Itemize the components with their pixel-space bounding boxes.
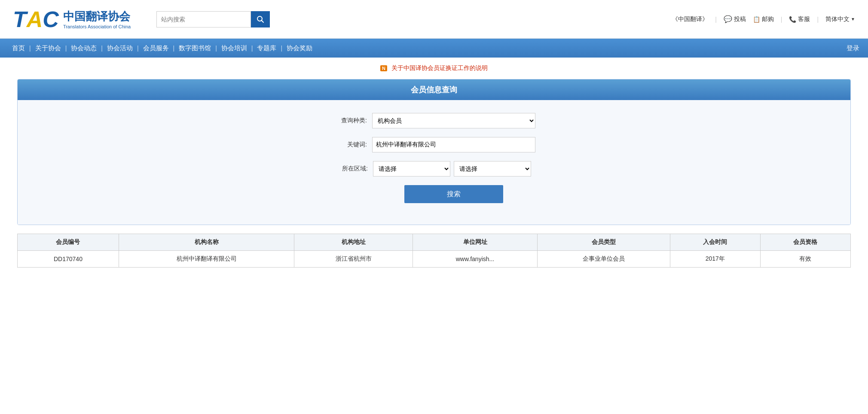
form-row-keyword: 关键词: [35,137,833,152]
header: TAC 中国翻译协会 Translators Association of Ch… [0,0,868,39]
col-header-address: 机构地址 [294,234,413,251]
nav-item-awards[interactable]: 协会奖励 [283,44,316,52]
table-cell: www.fanyish... [413,251,537,268]
member-query-form: 查询种类: 机构会员 个人会员 关键词: 所在区域: 请选择 请选择 [18,100,850,225]
notice-badge: N [380,65,387,71]
service-link[interactable]: 📞 客服 [789,15,810,23]
logo-letter-A: A [27,6,43,32]
type-select[interactable]: 机构会员 个人会员 [372,113,535,128]
logo-letter-T: T [13,6,27,32]
login-link[interactable]: 登录 [847,44,859,52]
region-label: 所在区域: [333,165,368,173]
phone-icon: 📞 [789,16,796,23]
mail-link[interactable]: 📋 邮购 [753,15,774,23]
table-cell: 杭州中译翻译有限公司 [119,251,294,268]
tac-logo: TAC [13,6,59,32]
submit-link[interactable]: 💬 投稿 [724,15,746,23]
results-table: 会员编号 机构名称 机构地址 单位网址 会员类型 入会时间 会员资格 DD170… [17,234,851,268]
logo-en: Translators Association of China [63,24,131,29]
nav-item-library[interactable]: 数字图书馆 [175,44,214,52]
logo-letter-C: C [43,6,59,32]
nav-item-about[interactable]: 关于协会 [32,44,64,52]
nav-item-home[interactable]: 首页 [9,44,28,52]
logo-text: 中国翻译协会 Translators Association of China [63,9,131,29]
mail-icon: 📋 [753,16,760,23]
table-cell: DD170740 [18,251,119,268]
search-input[interactable] [156,11,251,27]
table-cell: 浙江省杭州市 [294,251,413,268]
service-label: 客服 [798,15,810,23]
form-row-region: 所在区域: 请选择 请选择 [35,161,833,177]
notice-bar: N 关于中国译协会员证换证工作的说明 [17,64,851,72]
col-header-website: 单位网址 [413,234,537,251]
mail-label: 邮购 [762,15,774,23]
search-icon [257,15,264,23]
table-cell: 有效 [760,251,850,268]
table-row: DD170740杭州中译翻译有限公司浙江省杭州市www.fanyish...企事… [18,251,851,268]
china-translation-link[interactable]: 《中国翻译》 [672,15,708,23]
search-button[interactable] [251,11,270,27]
svg-line-1 [262,20,264,22]
submit-label: 投稿 [734,15,746,23]
notice-link[interactable]: 关于中国译协会员证换证工作的说明 [391,64,488,71]
keyword-label: 关键词: [333,141,367,149]
form-row-type: 查询种类: 机构会员 个人会员 [35,113,833,128]
logo-area: TAC 中国翻译协会 Translators Association of Ch… [13,6,131,32]
region2-select[interactable]: 请选择 [454,161,531,177]
member-search-button[interactable]: 搜索 [404,185,503,203]
region1-select[interactable]: 请选择 [373,161,450,177]
col-header-type: 会员类型 [537,234,670,251]
member-query-title: 会员信息查询 [18,79,850,100]
nav-items: 首页 | 关于协会 | 协会动态 | 协会活动 | 会员服务 | 数字图书馆 |… [9,44,316,52]
table-cell: 2017年 [670,251,760,268]
language-select[interactable]: 简体中文 ▼ [825,15,855,23]
main: N 关于中国译协会员证换证工作的说明 会员信息查询 查询种类: 机构会员 个人会… [0,58,868,315]
table-header-row: 会员编号 机构名称 机构地址 单位网址 会员类型 入会时间 会员资格 [18,234,851,251]
col-header-status: 会员资格 [760,234,850,251]
table-body: DD170740杭州中译翻译有限公司浙江省杭州市www.fanyish...企事… [18,251,851,268]
keyword-input[interactable] [372,137,535,152]
table-cell: 企事业单位会员 [537,251,670,268]
member-query-box: 会员信息查询 查询种类: 机构会员 个人会员 关键词: 所在区域: 请选择 [17,79,851,225]
type-label: 查询种类: [333,117,367,125]
form-row-search: 搜索 [35,185,833,203]
nav: 首页 | 关于协会 | 协会动态 | 协会活动 | 会员服务 | 数字图书馆 |… [0,39,868,58]
col-header-id: 会员编号 [18,234,119,251]
nav-item-member-service[interactable]: 会员服务 [140,44,172,52]
nav-item-topics[interactable]: 专题库 [254,44,280,52]
nav-item-training[interactable]: 协会培训 [218,44,251,52]
lang-label: 简体中文 [825,15,850,23]
nav-item-activities[interactable]: 协会活动 [104,44,136,52]
search-area [156,11,270,27]
table-header: 会员编号 机构名称 机构地址 单位网址 会员类型 入会时间 会员资格 [18,234,851,251]
header-right: 《中国翻译》 | 💬 投稿 📋 邮购 | 📞 客服 | 简体中文 ▼ [672,15,855,23]
nav-item-news[interactable]: 协会动态 [67,44,100,52]
comment-icon: 💬 [724,15,732,23]
chevron-down-icon: ▼ [851,17,855,21]
logo-cn: 中国翻译协会 [63,9,131,24]
col-header-year: 入会时间 [670,234,760,251]
col-header-name: 机构名称 [119,234,294,251]
